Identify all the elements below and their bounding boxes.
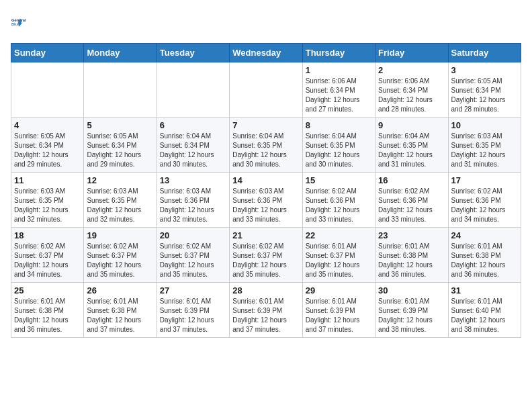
calendar-cell: 23Sunrise: 6:01 AM Sunset: 6:38 PM Dayli… [375, 228, 448, 283]
calendar-cell: 8Sunrise: 6:04 AM Sunset: 6:35 PM Daylig… [302, 118, 375, 173]
day-number: 24 [451, 230, 518, 240]
calendar-cell: 7Sunrise: 6:04 AM Sunset: 6:35 PM Daylig… [230, 118, 302, 173]
day-info: Sunrise: 6:05 AM Sunset: 6:34 PM Dayligh… [451, 77, 518, 114]
day-number: 13 [160, 175, 226, 185]
calendar-cell: 2Sunrise: 6:06 AM Sunset: 6:34 PM Daylig… [375, 62, 448, 118]
day-number: 17 [451, 175, 518, 185]
calendar-cell: 30Sunrise: 6:01 AM Sunset: 6:39 PM Dayli… [375, 283, 448, 338]
day-info: Sunrise: 6:02 AM Sunset: 6:37 PM Dayligh… [232, 242, 299, 279]
day-number: 19 [87, 230, 153, 240]
day-number: 11 [14, 175, 81, 185]
day-info: Sunrise: 6:01 AM Sunset: 6:39 PM Dayligh… [306, 297, 372, 334]
day-info: Sunrise: 6:01 AM Sunset: 6:39 PM Dayligh… [232, 297, 299, 334]
calendar-cell: 10Sunrise: 6:03 AM Sunset: 6:35 PM Dayli… [448, 118, 521, 173]
day-number: 16 [378, 175, 445, 185]
day-info: Sunrise: 6:04 AM Sunset: 6:35 PM Dayligh… [232, 132, 299, 169]
page-header: General Blue [11, 11, 521, 35]
day-number: 9 [378, 120, 445, 130]
calendar-cell [157, 62, 229, 118]
calendar-cell: 14Sunrise: 6:03 AM Sunset: 6:36 PM Dayli… [230, 173, 302, 228]
day-number: 31 [451, 285, 518, 295]
day-info: Sunrise: 6:02 AM Sunset: 6:37 PM Dayligh… [160, 242, 226, 279]
day-info: Sunrise: 6:03 AM Sunset: 6:35 PM Dayligh… [14, 187, 81, 224]
calendar-cell: 24Sunrise: 6:01 AM Sunset: 6:38 PM Dayli… [448, 228, 521, 283]
day-number: 21 [232, 230, 299, 240]
day-info: Sunrise: 6:01 AM Sunset: 6:39 PM Dayligh… [378, 297, 445, 334]
day-info: Sunrise: 6:03 AM Sunset: 6:35 PM Dayligh… [451, 132, 518, 169]
day-info: Sunrise: 6:02 AM Sunset: 6:37 PM Dayligh… [14, 242, 81, 279]
calendar-week-row: 11Sunrise: 6:03 AM Sunset: 6:35 PM Dayli… [11, 173, 521, 228]
day-info: Sunrise: 6:01 AM Sunset: 6:37 PM Dayligh… [306, 242, 372, 279]
day-number: 8 [306, 120, 372, 130]
day-number: 20 [160, 230, 226, 240]
calendar-cell: 18Sunrise: 6:02 AM Sunset: 6:37 PM Dayli… [11, 228, 84, 283]
day-info: Sunrise: 6:03 AM Sunset: 6:36 PM Dayligh… [232, 187, 299, 224]
calendar-cell: 21Sunrise: 6:02 AM Sunset: 6:37 PM Dayli… [230, 228, 302, 283]
weekday-header: Saturday [448, 44, 521, 62]
calendar-week-row: 1Sunrise: 6:06 AM Sunset: 6:34 PM Daylig… [11, 62, 521, 118]
calendar-cell: 28Sunrise: 6:01 AM Sunset: 6:39 PM Dayli… [230, 283, 302, 338]
calendar-cell: 13Sunrise: 6:03 AM Sunset: 6:36 PM Dayli… [157, 173, 229, 228]
weekday-header: Friday [375, 44, 448, 62]
day-info: Sunrise: 6:02 AM Sunset: 6:37 PM Dayligh… [87, 242, 153, 279]
day-info: Sunrise: 6:01 AM Sunset: 6:40 PM Dayligh… [451, 297, 518, 334]
day-number: 18 [14, 230, 81, 240]
calendar-header-row: SundayMondayTuesdayWednesdayThursdayFrid… [11, 44, 521, 62]
day-info: Sunrise: 6:01 AM Sunset: 6:38 PM Dayligh… [87, 297, 153, 334]
weekday-header: Tuesday [157, 44, 229, 62]
calendar-cell: 3Sunrise: 6:05 AM Sunset: 6:34 PM Daylig… [448, 62, 521, 118]
day-info: Sunrise: 6:01 AM Sunset: 6:38 PM Dayligh… [378, 242, 445, 279]
day-number: 15 [306, 175, 372, 185]
day-number: 27 [160, 285, 226, 295]
day-info: Sunrise: 6:01 AM Sunset: 6:39 PM Dayligh… [160, 297, 226, 334]
day-info: Sunrise: 6:04 AM Sunset: 6:35 PM Dayligh… [378, 132, 445, 169]
calendar-cell: 16Sunrise: 6:02 AM Sunset: 6:36 PM Dayli… [375, 173, 448, 228]
weekday-header: Thursday [302, 44, 375, 62]
calendar-cell: 11Sunrise: 6:03 AM Sunset: 6:35 PM Dayli… [11, 173, 84, 228]
calendar-cell: 27Sunrise: 6:01 AM Sunset: 6:39 PM Dayli… [157, 283, 229, 338]
day-number: 4 [14, 120, 81, 130]
calendar-cell: 29Sunrise: 6:01 AM Sunset: 6:39 PM Dayli… [302, 283, 375, 338]
day-info: Sunrise: 6:04 AM Sunset: 6:35 PM Dayligh… [306, 132, 372, 169]
calendar-cell [11, 62, 84, 118]
day-number: 7 [232, 120, 299, 130]
calendar-table: SundayMondayTuesdayWednesdayThursdayFrid… [11, 43, 521, 338]
calendar-cell: 22Sunrise: 6:01 AM Sunset: 6:37 PM Dayli… [302, 228, 375, 283]
calendar-cell: 17Sunrise: 6:02 AM Sunset: 6:36 PM Dayli… [448, 173, 521, 228]
calendar-cell: 9Sunrise: 6:04 AM Sunset: 6:35 PM Daylig… [375, 118, 448, 173]
day-info: Sunrise: 6:05 AM Sunset: 6:34 PM Dayligh… [14, 132, 81, 169]
day-number: 25 [14, 285, 81, 295]
weekday-header: Monday [84, 44, 157, 62]
calendar-cell [84, 62, 157, 118]
calendar-week-row: 4Sunrise: 6:05 AM Sunset: 6:34 PM Daylig… [11, 118, 521, 173]
day-number: 29 [306, 285, 372, 295]
day-number: 1 [306, 65, 372, 75]
calendar-cell: 1Sunrise: 6:06 AM Sunset: 6:34 PM Daylig… [302, 62, 375, 118]
day-info: Sunrise: 6:02 AM Sunset: 6:36 PM Dayligh… [451, 187, 518, 224]
day-info: Sunrise: 6:01 AM Sunset: 6:38 PM Dayligh… [451, 242, 518, 279]
day-info: Sunrise: 6:02 AM Sunset: 6:36 PM Dayligh… [378, 187, 445, 224]
calendar-cell: 5Sunrise: 6:05 AM Sunset: 6:34 PM Daylig… [84, 118, 157, 173]
logo-icon: General Blue [11, 11, 35, 35]
calendar-cell: 6Sunrise: 6:04 AM Sunset: 6:34 PM Daylig… [157, 118, 229, 173]
logo: General Blue [11, 11, 35, 35]
calendar-cell [230, 62, 302, 118]
day-number: 12 [87, 175, 153, 185]
calendar-cell: 15Sunrise: 6:02 AM Sunset: 6:36 PM Dayli… [302, 173, 375, 228]
day-info: Sunrise: 6:04 AM Sunset: 6:34 PM Dayligh… [160, 132, 226, 169]
day-number: 5 [87, 120, 153, 130]
day-number: 3 [451, 65, 518, 75]
calendar-cell: 26Sunrise: 6:01 AM Sunset: 6:38 PM Dayli… [84, 283, 157, 338]
day-number: 10 [451, 120, 518, 130]
day-number: 28 [232, 285, 299, 295]
calendar-cell: 25Sunrise: 6:01 AM Sunset: 6:38 PM Dayli… [11, 283, 84, 338]
day-number: 6 [160, 120, 226, 130]
day-info: Sunrise: 6:01 AM Sunset: 6:38 PM Dayligh… [14, 297, 81, 334]
calendar-week-row: 25Sunrise: 6:01 AM Sunset: 6:38 PM Dayli… [11, 283, 521, 338]
day-number: 14 [232, 175, 299, 185]
day-info: Sunrise: 6:02 AM Sunset: 6:36 PM Dayligh… [306, 187, 372, 224]
calendar-week-row: 18Sunrise: 6:02 AM Sunset: 6:37 PM Dayli… [11, 228, 521, 283]
day-number: 22 [306, 230, 372, 240]
weekday-header: Wednesday [230, 44, 302, 62]
weekday-header: Sunday [11, 44, 84, 62]
